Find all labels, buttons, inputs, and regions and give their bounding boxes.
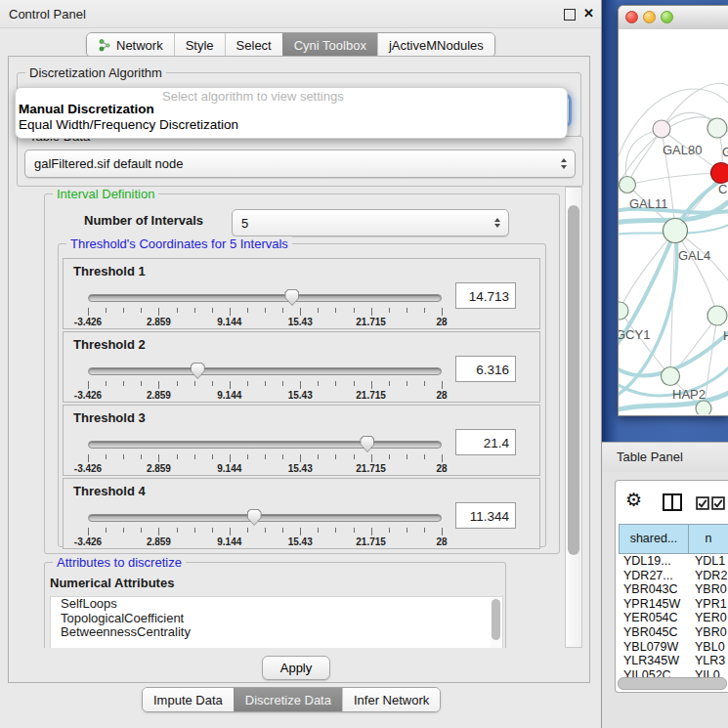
zoom-traffic-light-icon[interactable]: [661, 11, 673, 23]
apply-button[interactable]: Apply: [262, 656, 330, 680]
tick-mark: [354, 308, 355, 313]
column-header[interactable]: shared...: [619, 524, 689, 554]
tab-discretize-data[interactable]: Discretize Data: [234, 688, 342, 711]
tick-label: 21.715: [356, 390, 386, 401]
threshold-value-field[interactable]: 6.316: [455, 356, 516, 382]
tab-network[interactable]: Network: [87, 33, 174, 57]
table-cell[interactable]: YPR145W: [619, 597, 689, 612]
tab-style[interactable]: Style: [174, 33, 225, 57]
scrollbar-thumb[interactable]: [568, 205, 579, 555]
tab-cyni-toolbox[interactable]: Cyni Toolbox: [282, 33, 377, 57]
table-row[interactable]: YBR045CYBR0: [619, 625, 728, 640]
table-row[interactable]: YER054CYER0: [619, 611, 728, 625]
close-traffic-light-icon[interactable]: [625, 11, 638, 23]
threshold-slider[interactable]: -3.4262.8599.14415.4321.71528: [88, 508, 442, 547]
attribute-list-item[interactable]: TopologicalCoefficient: [51, 612, 502, 626]
table-cell[interactable]: YBL0: [689, 640, 728, 655]
table-cell[interactable]: YDL1: [689, 554, 728, 569]
tick-mark: [212, 308, 213, 313]
threshold-slider[interactable]: -3.4262.8599.14415.4321.71528: [88, 435, 442, 474]
horizontal-scrollbar[interactable]: [618, 677, 727, 689]
vertical-scrollbar[interactable]: [565, 187, 582, 648]
scrollbar-thumb[interactable]: [492, 599, 500, 640]
attribute-list-item[interactable]: BetweennessCentrality: [51, 625, 502, 640]
table-row[interactable]: YDR27...YDR2: [619, 569, 728, 583]
table-cell[interactable]: YLR3: [689, 654, 728, 668]
table-cell[interactable]: YBR045C: [619, 625, 689, 640]
network-node[interactable]: [653, 120, 670, 138]
slider-ticks: [88, 381, 442, 390]
tick-mark: [335, 454, 336, 459]
table-cell[interactable]: YDR2: [689, 569, 728, 583]
table-cell[interactable]: YBL079W: [619, 640, 689, 655]
table-cell[interactable]: YPR1: [689, 597, 728, 612]
network-node[interactable]: [620, 177, 636, 193]
network-window-titlebar[interactable]: [619, 6, 728, 30]
table-cell[interactable]: YBR0: [689, 582, 728, 597]
table-row[interactable]: YBL079WYBL0: [619, 640, 728, 655]
threshold-slider[interactable]: -3.4262.8599.14415.4321.71528: [88, 362, 442, 401]
network-node[interactable]: [664, 219, 688, 243]
network-node[interactable]: [707, 118, 727, 138]
number-of-intervals-combobox[interactable]: 5: [232, 209, 509, 236]
discretization-algorithm-group-title: Discretization Algorithm: [25, 65, 166, 80]
table-cell[interactable]: YBR0: [689, 625, 728, 640]
checkbox-icon[interactable]: [711, 496, 725, 510]
tab-infer-network[interactable]: Infer Network: [342, 688, 440, 711]
numerical-attributes-list[interactable]: SelfLoopsTopologicalCoefficientBetweenne…: [50, 596, 503, 648]
gear-icon[interactable]: ⚙: [625, 489, 642, 512]
slider-track[interactable]: [88, 367, 442, 375]
slider-track[interactable]: [88, 441, 442, 449]
minimize-traffic-light-icon[interactable]: [643, 11, 656, 23]
column-header[interactable]: n: [689, 524, 728, 554]
tab-impute-data[interactable]: Impute Data: [143, 688, 234, 711]
slider-thumb[interactable]: [191, 363, 205, 379]
table-row[interactable]: YBR043CYBR0: [619, 582, 728, 597]
slider-track[interactable]: [88, 294, 442, 302]
tab-jactivemnodules[interactable]: jActiveMNodules: [377, 33, 494, 57]
network-node[interactable]: [619, 302, 628, 320]
network-node[interactable]: [711, 163, 728, 184]
attribute-list-item[interactable]: SelfLoops: [51, 597, 502, 612]
slider-track[interactable]: [88, 514, 442, 522]
threshold-slider[interactable]: -3.4262.8599.14415.4321.71528: [88, 288, 442, 327]
algorithm-menu-item[interactable]: Manual Discretization: [19, 102, 154, 116]
float-window-icon[interactable]: [564, 9, 576, 21]
slider-thumb[interactable]: [284, 289, 299, 306]
tick-mark: [177, 454, 178, 459]
tick-label: 15.43: [288, 536, 313, 547]
network-node[interactable]: [696, 401, 711, 414]
table-row[interactable]: YDL19...YDL1: [619, 554, 728, 569]
close-icon[interactable]: ✕: [583, 6, 594, 21]
table-cell[interactable]: YDR27...: [619, 569, 689, 583]
tick-mark: [407, 528, 407, 533]
table-cell[interactable]: YBR043C: [619, 582, 689, 597]
column-layout-icon[interactable]: [662, 492, 683, 513]
network-canvas[interactable]: GAL80GACGAL11GAL4GCY1HHAP2: [619, 29, 728, 414]
threshold-value-field[interactable]: 11.344: [455, 502, 516, 529]
network-node[interactable]: [662, 367, 680, 386]
table-row[interactable]: YLR345WYLR3: [619, 654, 728, 668]
table-row[interactable]: YPR145WYPR1: [619, 597, 728, 612]
table-cell[interactable]: YER054C: [619, 611, 689, 625]
checkbox-icon[interactable]: [696, 496, 709, 510]
threshold-value-field[interactable]: 14.713: [455, 282, 516, 309]
control-panel: Control Panel ✕ NetworkStyleSelectCyni T…: [0, 0, 602, 728]
slider-thumb[interactable]: [247, 509, 262, 526]
algorithm-menu-item[interactable]: Equal Width/Frequency Discretization: [19, 117, 238, 132]
tick-label: 21.715: [356, 317, 386, 327]
table-cell[interactable]: YDL19...: [619, 554, 689, 569]
network-node[interactable]: [707, 306, 727, 325]
table-cell[interactable]: YER0: [689, 611, 728, 625]
attributes-list-scrollbar[interactable]: [491, 598, 501, 648]
tick-mark: [230, 528, 231, 535]
table-data-combobox[interactable]: galFiltered.sif default node: [24, 150, 576, 178]
tab-select[interactable]: Select: [225, 33, 282, 57]
threshold-value-field[interactable]: 21.4: [455, 429, 516, 455]
table-cell[interactable]: YLR345W: [619, 654, 689, 668]
tick-mark: [442, 308, 443, 316]
tick-mark: [318, 381, 319, 386]
scrollbar-thumb[interactable]: [618, 677, 727, 690]
slider-thumb[interactable]: [360, 436, 374, 452]
tick-label: -3.426: [74, 536, 102, 547]
